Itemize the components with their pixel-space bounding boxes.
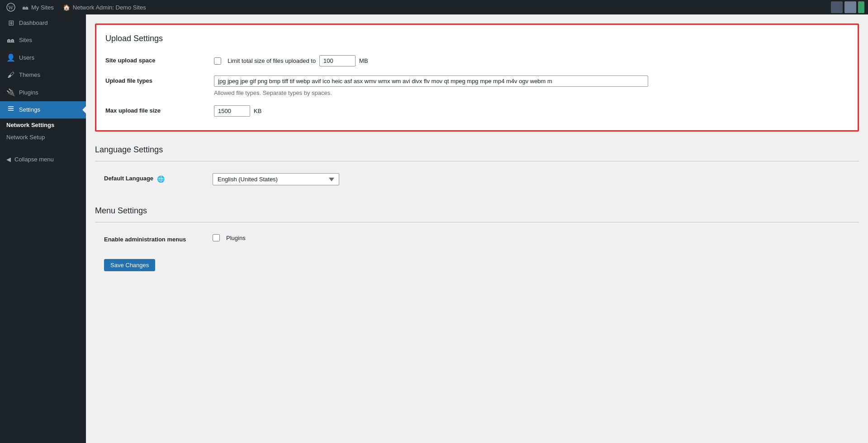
- upload-file-types-control: Allowed file types. Separate types by sp…: [214, 75, 849, 96]
- language-icon: 🌐: [157, 175, 165, 183]
- sidebar: ⊞ Dashboard 🏘 Sites 👤 Users 🖌 Themes 🔌 P…: [0, 14, 86, 443]
- plugins-icon: 🔌: [6, 88, 15, 98]
- upload-space-inline: Limit total size of files uploaded to MB: [214, 55, 849, 66]
- max-size-inline: KB: [214, 105, 849, 117]
- dashboard-icon: ⊞: [6, 18, 15, 28]
- menu-settings-title: Menu Settings: [95, 206, 859, 216]
- upload-size-unit: MB: [359, 57, 368, 64]
- collapse-menu-button[interactable]: ◀ Collapse menu: [0, 152, 86, 166]
- wp-logo-icon[interactable]: W: [4, 0, 18, 14]
- sidebar-item-plugins[interactable]: 🔌 Plugins: [0, 84, 86, 101]
- default-language-control: English (United States) English (UK) Spa…: [213, 173, 850, 185]
- submenu-item-network-settings[interactable]: Network Settings: [0, 119, 86, 131]
- svg-rect-4: [8, 110, 14, 111]
- save-changes-container: Save Changes: [95, 252, 859, 271]
- plugins-checkbox-row: Plugins: [213, 234, 850, 241]
- menu-divider: [95, 222, 859, 222]
- network-admin-icon: 🏠: [63, 4, 70, 11]
- network-admin-menu[interactable]: 🏠 Network Admin: Demo Sites: [58, 0, 151, 14]
- site-upload-space-control: Limit total size of files uploaded to MB: [214, 55, 849, 66]
- sidebar-item-themes[interactable]: 🖌 Themes: [0, 66, 86, 84]
- upload-file-types-row: Upload file types Allowed file types. Se…: [96, 71, 858, 101]
- max-size-input[interactable]: [214, 105, 250, 117]
- language-settings-title: Language Settings: [95, 145, 859, 155]
- avatar-3[interactable]: [858, 1, 864, 13]
- max-upload-size-row: Max upload file size KB: [96, 101, 858, 121]
- sidebar-item-label-themes: Themes: [19, 71, 40, 79]
- file-types-description: Allowed file types. Separate types by sp…: [214, 90, 849, 96]
- save-changes-button[interactable]: Save Changes: [104, 259, 155, 271]
- content-wrap: ⊞ Dashboard 🏘 Sites 👤 Users 🖌 Themes 🔌 P…: [0, 14, 868, 443]
- svg-rect-3: [8, 108, 14, 109]
- my-sites-label: My Sites: [31, 4, 54, 11]
- avatar-1[interactable]: [831, 1, 843, 13]
- admin-bar: W 🏘 My Sites 🏠 Network Admin: Demo Sites: [0, 0, 868, 14]
- svg-text:W: W: [8, 5, 14, 11]
- users-icon: 👤: [6, 53, 15, 63]
- settings-icon: [6, 105, 15, 115]
- default-language-label: Default Language 🌐: [104, 173, 213, 183]
- upload-settings-title: Upload Settings: [96, 34, 858, 43]
- site-upload-space-row: Site upload space Limit total size of fi…: [96, 51, 858, 71]
- avatar-2[interactable]: [844, 1, 856, 13]
- submenu-label-network-setup: Network Setup: [6, 134, 45, 141]
- collapse-label: Collapse menu: [14, 156, 54, 163]
- default-language-row: Default Language 🌐 English (United State…: [95, 169, 859, 190]
- upload-settings-section: Upload Settings Site upload space Limit …: [95, 24, 859, 132]
- sidebar-item-label-dashboard: Dashboard: [19, 19, 48, 27]
- limit-upload-checkbox[interactable]: [214, 57, 221, 65]
- adminbar-right: [831, 1, 864, 13]
- collapse-icon: ◀: [6, 156, 11, 163]
- enable-admin-menus-label: Enable administration menus: [104, 234, 213, 243]
- settings-submenu: Network Settings Network Setup: [0, 118, 86, 143]
- sidebar-item-label-plugins: Plugins: [19, 89, 38, 97]
- themes-icon: 🖌: [6, 70, 15, 80]
- active-arrow: [82, 106, 86, 113]
- sites-icon: 🏘: [6, 35, 15, 45]
- sidebar-item-label-users: Users: [19, 54, 34, 62]
- max-upload-size-label: Max upload file size: [105, 105, 214, 114]
- svg-rect-2: [8, 106, 14, 107]
- network-admin-label: Network Admin: Demo Sites: [73, 4, 146, 11]
- upload-size-input[interactable]: [319, 55, 356, 66]
- sidebar-item-label-settings: Settings: [19, 106, 40, 114]
- language-select[interactable]: English (United States) English (UK) Spa…: [213, 173, 339, 185]
- my-sites-menu[interactable]: 🏘 My Sites: [18, 0, 58, 14]
- sidebar-item-label-sites: Sites: [19, 36, 32, 44]
- site-upload-space-label: Site upload space: [105, 55, 214, 64]
- submenu-label-network-settings: Network Settings: [6, 122, 54, 128]
- my-sites-icon: 🏘: [23, 4, 28, 11]
- plugins-checkbox[interactable]: [213, 234, 220, 241]
- max-size-unit: KB: [254, 108, 261, 114]
- upload-file-types-label: Upload file types: [105, 75, 214, 84]
- sidebar-item-users[interactable]: 👤 Users: [0, 49, 86, 66]
- language-divider: [95, 161, 859, 161]
- submenu-item-network-setup[interactable]: Network Setup: [0, 131, 86, 143]
- enable-admin-menus-control: Plugins: [213, 234, 850, 241]
- enable-admin-menus-row: Enable administration menus Plugins: [95, 230, 859, 247]
- menu-settings-section: Menu Settings Enable administration menu…: [95, 202, 859, 252]
- sidebar-item-sites[interactable]: 🏘 Sites: [0, 32, 86, 49]
- file-types-input[interactable]: [214, 75, 648, 87]
- limit-upload-label: Limit total size of files uploaded to: [228, 57, 316, 64]
- max-upload-size-control: KB: [214, 105, 849, 117]
- sidebar-item-settings[interactable]: Settings: [0, 101, 86, 118]
- main-content: Upload Settings Site upload space Limit …: [86, 14, 868, 443]
- plugins-checkbox-label: Plugins: [226, 235, 246, 241]
- language-settings-section: Language Settings Default Language 🌐 Eng…: [95, 141, 859, 194]
- sidebar-item-dashboard[interactable]: ⊞ Dashboard: [0, 14, 86, 32]
